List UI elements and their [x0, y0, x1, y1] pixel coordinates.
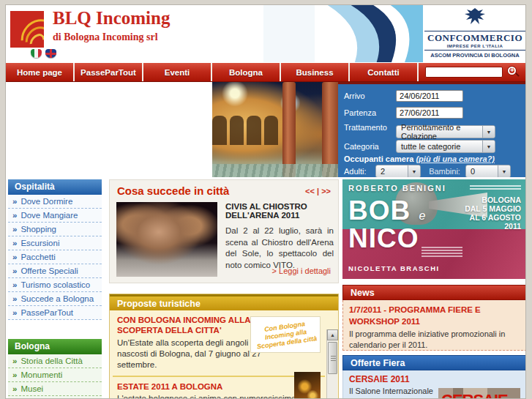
proposta-1-body: Un'Estate alla scoperta degli angoli nas…	[117, 338, 271, 370]
sidebar-item-pacchetti[interactable]: »Pacchetti	[8, 250, 102, 264]
proposte-header: Proposte turistiche	[110, 294, 338, 310]
sidebar-item-chiese[interactable]: »Chiese	[8, 396, 102, 399]
adulti-label: Adulti:	[344, 167, 373, 176]
search-input[interactable]	[425, 67, 503, 78]
site-subtitle: di Bologna Incoming srl	[53, 31, 158, 43]
events-panel: Cosa succede in città << | >> CIVIS AL C…	[109, 179, 339, 283]
sidebar-item-storia[interactable]: »Storia della Città	[8, 354, 102, 368]
offerte-panel: Offerte Fiera CERSAIE 2011 Il Salone Int…	[342, 355, 526, 399]
news-item-1-headline[interactable]: 1/7/2011 - PROGRAMMA FIERE E WORKSHOP 20…	[349, 304, 520, 327]
proposte-scrollbar[interactable]: ▲	[326, 329, 337, 399]
proposta-2-image	[294, 372, 321, 399]
adulti-select[interactable]: 2▼	[375, 165, 421, 177]
swoosh-decoration	[263, 5, 423, 62]
confcommercio-tagline: IMPRESE PER L'ITALIA	[424, 44, 525, 48]
offerta-title[interactable]: CERSAIE 2011	[349, 374, 520, 384]
offerte-header: Offerte Fiera	[342, 355, 526, 370]
bologna-header: Bologna	[8, 339, 102, 354]
events-title: Cosa succede in città	[117, 184, 229, 197]
sidebar-bologna: Bologna »Storia della Città »Monumenti »…	[8, 339, 102, 399]
arrivo-label: Arrivo	[344, 92, 394, 100]
header: BLQ Incoming di Bologna Incoming srl CON…	[6, 5, 525, 62]
nav-business[interactable]: Business	[281, 63, 350, 81]
bambini-select[interactable]: 0▼	[465, 165, 511, 177]
chevron-down-icon: ▼	[482, 141, 495, 152]
ospitalita-header: Ospitalità	[8, 179, 102, 195]
portico-column	[282, 82, 296, 177]
poster-actor: ROBERTO BENIGNI	[348, 184, 446, 193]
sidebar-item-passepartout[interactable]: »PasseParTout	[8, 306, 102, 320]
confcommercio-logo[interactable]: CONFCOMMERCIO IMPRESE PER L'ITALIA ASCOM…	[424, 7, 525, 61]
categoria-select[interactable]: tutte le categorie▼	[396, 140, 495, 153]
poster-caption-lines	[470, 185, 521, 191]
arrivo-input[interactable]	[396, 90, 463, 102]
booking-form: Arrivo Partenza Trattamento Pernottament…	[338, 82, 525, 177]
site-title: BLQ Incoming	[53, 8, 170, 29]
sidebar-item-succede-a-bologna[interactable]: »Succede a Bologna	[8, 292, 102, 306]
news-panel: News 1/7/2011 - PROGRAMMA FIERE E WORKSH…	[342, 285, 526, 351]
sidebar-item-offerte-speciali[interactable]: »Offerte Speciali	[8, 264, 102, 278]
sidebar-item-musei[interactable]: »Musei	[8, 382, 102, 396]
categoria-label: Categoria	[344, 142, 394, 151]
poster-actress: NICOLETTA BRASCHI	[348, 264, 440, 272]
bob-e-nico-poster[interactable]: ROBERTO BENIGNI BOLOGNA DAL 5 MAGGIO AL …	[342, 179, 526, 279]
sidebar-ospitalita: Ospitalità »Dove Dormire »Dove Mangiare …	[8, 179, 102, 320]
event-title: CIVIS AL CHIOSTRO DELL'ARENA 2011	[225, 202, 334, 220]
bambini-label: Bambini:	[429, 167, 460, 176]
partenza-input[interactable]	[396, 107, 463, 119]
sidebar-item-monumenti[interactable]: »Monumenti	[8, 368, 102, 382]
proposta-1-title[interactable]: CON BOLOGNA INCOMING ALLA SCOPERTA DELLA…	[117, 315, 256, 336]
proposta-1-image: Con Bologna Incoming alla Scoperta della…	[250, 316, 321, 353]
event-details-link[interactable]: > Leggi i dettagli	[272, 266, 331, 275]
sidebar-item-dove-dormire[interactable]: »Dove Dormire	[8, 195, 102, 209]
proposte-panel: Proposte turistiche CON BOLOGNA INCOMING…	[109, 294, 339, 399]
proposta-2-title[interactable]: ESTATE 2011 A BOLOGNA	[117, 381, 296, 392]
nav-contatti[interactable]: Contatti	[350, 63, 419, 81]
trattamento-select[interactable]: Pernottamento e Colazione▼	[396, 125, 495, 138]
poster-title-nico: NICO	[348, 226, 419, 250]
sidebar-item-shopping[interactable]: »Shopping	[8, 223, 102, 236]
news-header: News	[342, 285, 526, 300]
bologna-night-photo	[212, 82, 338, 177]
poster-dates: BOLOGNA DAL 5 MAGGIO AL 6 AGOSTO 2011	[465, 195, 521, 231]
portico-column	[322, 82, 338, 177]
italian-flag-icon[interactable]	[31, 49, 42, 58]
more-rooms-link[interactable]: (più di una camera?)	[416, 154, 495, 163]
offerta-body: Il Salone Internazionale della Ceramica …	[349, 386, 435, 399]
scrollbar-thumb[interactable]	[328, 342, 337, 374]
language-switcher	[31, 49, 56, 58]
nav-passepartout[interactable]: PasseParTout	[75, 63, 143, 81]
nav-home[interactable]: Home page	[6, 63, 75, 81]
occupanti-label: Occupanti camera	[344, 154, 413, 163]
nav-bologna[interactable]: Bologna	[212, 63, 281, 81]
search-area	[419, 63, 525, 81]
page: BLQ Incoming di Bologna Incoming srl CON…	[5, 4, 526, 399]
sidebar-item-dove-mangiare[interactable]: »Dove Mangiare	[8, 209, 102, 223]
arrow-up-icon[interactable]: ▲	[327, 329, 338, 340]
chevron-down-icon: ▼	[408, 165, 420, 177]
chevron-down-icon: ▼	[498, 165, 510, 177]
event-photo	[116, 202, 217, 277]
news-item-1-body: Il programma delle iniziative promoziona…	[349, 329, 520, 351]
search-icon[interactable]	[507, 66, 520, 78]
main-nav: Home page PasseParTout Eventi Bologna Bu…	[6, 63, 525, 82]
nav-eventi[interactable]: Eventi	[143, 63, 212, 81]
cersaie-image: CERSAIE	[438, 388, 520, 399]
sidebar-item-turismo-scolastico[interactable]: »Turismo scolastico	[8, 278, 102, 292]
events-pager[interactable]: << | >>	[305, 187, 331, 195]
event-body: Dal 2 al 22 luglio, sarà in scena al Chi…	[225, 225, 334, 271]
poster-title-bob: BOB e	[348, 198, 426, 223]
eagle-icon	[462, 7, 487, 27]
sidebar-item-escursioni[interactable]: »Escursioni	[8, 236, 102, 250]
uk-flag-icon[interactable]	[45, 49, 56, 58]
proposta-2-body: L'estate bolognese si anima con numerosi…	[117, 393, 296, 399]
chevron-down-icon: ▼	[482, 126, 495, 138]
confcommercio-name: CONFCOMMERCIO	[424, 31, 525, 44]
poster-credits-lines	[422, 247, 462, 258]
confcommercio-sub: ASCOM PROVINCIA DI BOLOGNA	[424, 50, 525, 59]
trattamento-label: Trattamento	[344, 123, 394, 132]
blq-logo[interactable]	[10, 11, 44, 48]
partenza-label: Partenza	[344, 108, 394, 117]
